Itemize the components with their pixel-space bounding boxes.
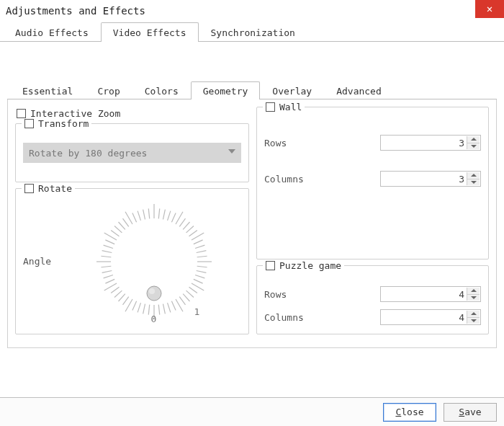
svg-point-62	[149, 288, 155, 294]
svg-line-40	[104, 283, 116, 290]
svg-line-36	[122, 296, 128, 304]
puzzle-cols-spinbox[interactable]: 4	[380, 309, 481, 325]
interactive-zoom-checkbox[interactable]	[17, 109, 26, 118]
sub-tabs: Essential Crop Colors Geometry Overlay A…	[7, 81, 497, 99]
svg-line-58	[143, 209, 145, 219]
svg-line-26	[171, 301, 176, 310]
chevron-up-icon	[471, 312, 477, 315]
svg-line-47	[102, 250, 112, 252]
svg-line-7	[183, 222, 189, 229]
chevron-up-icon	[471, 174, 477, 177]
svg-line-59	[148, 208, 149, 218]
wall-rows-spinbox[interactable]: 3	[380, 135, 481, 151]
puzzle-cols-label: Columns	[264, 312, 380, 323]
transform-label: Transform	[38, 118, 89, 129]
puzzle-rows-value: 4	[459, 289, 464, 300]
svg-line-43	[102, 270, 112, 272]
tab-audio-effects[interactable]: Audio Effects	[3, 22, 101, 42]
svg-line-6	[179, 218, 185, 226]
main-tabs: Audio Effects Video Effects Synchronizat…	[0, 22, 504, 42]
svg-line-48	[103, 245, 112, 248]
svg-line-8	[186, 226, 193, 232]
svg-line-23	[183, 293, 189, 301]
puzzle-rows-step-down[interactable]	[467, 294, 480, 301]
transform-checkbox[interactable]	[24, 119, 34, 128]
svg-line-56	[132, 213, 136, 222]
angle-dial[interactable]	[94, 201, 215, 322]
subtab-overlay[interactable]: Overlay	[260, 81, 324, 99]
subtab-essential[interactable]: Essential	[10, 81, 85, 99]
chevron-up-icon	[471, 138, 477, 141]
transform-combo-value: Rotate by 180 degrees	[29, 148, 147, 159]
rotate-checkbox[interactable]	[24, 184, 34, 193]
chevron-down-icon	[228, 149, 235, 154]
chevron-down-icon	[471, 319, 477, 322]
subtab-advanced[interactable]: Advanced	[324, 81, 394, 99]
wall-rows-step-down[interactable]	[467, 143, 480, 150]
svg-line-22	[186, 290, 193, 297]
svg-line-35	[125, 298, 132, 311]
window-title: Adjustments and Effects	[6, 5, 145, 17]
svg-line-51	[111, 230, 119, 236]
svg-line-41	[105, 279, 114, 283]
svg-line-16	[197, 266, 207, 267]
wall-cols-value: 3	[459, 174, 464, 185]
close-button[interactable]: Close	[383, 403, 436, 422]
svg-line-14	[197, 256, 207, 257]
puzzle-cols-step-up[interactable]	[467, 311, 480, 317]
titlebar: Adjustments and Effects ✕	[0, 0, 504, 22]
puzzle-rows-label: Rows	[264, 289, 380, 300]
chevron-down-icon	[471, 181, 477, 184]
wall-cols-spinbox[interactable]: 3	[380, 171, 481, 187]
svg-line-37	[118, 293, 125, 301]
svg-line-33	[138, 303, 140, 312]
puzzle-rows-spinbox[interactable]: 4	[380, 286, 481, 302]
wall-rows-step-up[interactable]	[467, 136, 480, 143]
svg-line-49	[105, 239, 114, 244]
window-close-button[interactable]: ✕	[475, 0, 504, 18]
subtab-geometry[interactable]: Geometry	[191, 81, 261, 99]
svg-line-29	[158, 304, 159, 314]
svg-line-54	[122, 218, 128, 226]
puzzle-cols-step-down[interactable]	[467, 317, 480, 324]
svg-line-55	[125, 211, 132, 223]
dial-min-label: 0	[151, 314, 157, 324]
geometry-right-column: Wall Rows 3 Columns 3	[256, 107, 489, 340]
svg-line-57	[138, 210, 140, 220]
tab-synchronization[interactable]: Synchronization	[199, 22, 307, 42]
svg-line-19	[193, 279, 202, 283]
svg-line-38	[114, 290, 122, 297]
geometry-panel: Interactive Zoom Transform Rotate by 180…	[7, 99, 497, 348]
svg-line-4	[171, 213, 176, 222]
subtab-colors[interactable]: Colors	[132, 81, 191, 99]
svg-point-61	[147, 286, 161, 301]
save-button[interactable]: Save	[444, 403, 497, 422]
wall-rows-value: 3	[459, 138, 464, 148]
svg-line-46	[101, 256, 111, 257]
svg-line-5	[176, 211, 183, 223]
puzzle-group: Puzzle game Rows 4 Columns 4	[256, 265, 489, 334]
puzzle-rows-step-up[interactable]	[467, 288, 480, 294]
subtab-crop[interactable]: Crop	[85, 81, 132, 99]
wall-cols-step-down[interactable]	[467, 179, 480, 186]
svg-line-53	[118, 222, 125, 229]
wall-group: Wall Rows 3 Columns 3	[256, 107, 489, 259]
svg-line-24	[179, 296, 185, 304]
svg-line-13	[196, 250, 206, 252]
svg-line-44	[101, 266, 111, 267]
button-bar: Close Save	[0, 397, 504, 426]
tab-video-effects[interactable]: Video Effects	[101, 22, 199, 42]
svg-line-50	[104, 233, 116, 240]
wall-checkbox[interactable]	[266, 102, 275, 112]
svg-line-25	[176, 298, 183, 311]
wall-cols-step-up[interactable]	[467, 172, 480, 179]
chevron-up-icon	[471, 289, 477, 292]
wall-rows-label: Rows	[264, 138, 380, 148]
geometry-left-column: Interactive Zoom Transform Rotate by 180…	[15, 107, 249, 340]
svg-line-11	[193, 239, 202, 244]
wall-cols-label: Columns	[264, 174, 380, 185]
puzzle-checkbox[interactable]	[266, 261, 275, 270]
transform-combo[interactable]: Rotate by 180 degrees	[23, 143, 241, 163]
chevron-down-icon	[471, 145, 477, 148]
svg-line-34	[132, 301, 136, 310]
